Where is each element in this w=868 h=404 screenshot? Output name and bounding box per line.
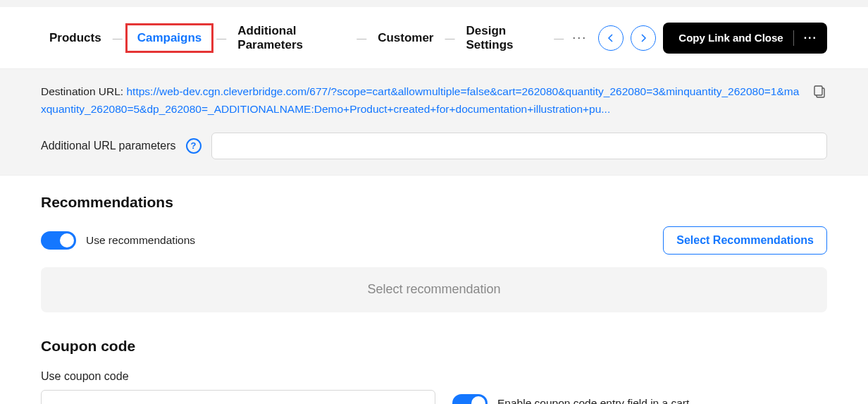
tab-separator: — [216, 32, 226, 44]
coupon-code-input[interactable] [41, 390, 435, 404]
enable-coupon-entry-label: Enable coupon code entry field in a cart [497, 397, 689, 404]
destination-url-label: Destination URL: [41, 85, 123, 97]
help-icon[interactable]: ? [186, 138, 202, 154]
use-coupon-label: Use coupon code [41, 370, 435, 383]
use-recommendations-toggle[interactable] [41, 231, 76, 250]
select-recommendations-button[interactable]: Select Recommendations [663, 226, 827, 255]
tab-customer[interactable]: Customer [369, 24, 442, 52]
additional-params-input[interactable] [211, 133, 828, 159]
tab-products[interactable]: Products [41, 24, 110, 52]
tabs-container: Products — Campaigns — Additional Parame… [41, 17, 593, 59]
top-strip [0, 0, 868, 7]
tab-additional-parameters[interactable]: Additional Parameters [229, 17, 354, 59]
tab-design-settings[interactable]: Design Settings [458, 17, 552, 59]
tab-separator: — [445, 32, 455, 44]
tab-campaigns[interactable]: Campaigns [125, 23, 214, 53]
recommendations-title: Recommendations [41, 194, 827, 211]
destination-url-link[interactable]: https://web-dev.cgn.cleverbridge.com/677… [41, 85, 799, 115]
recommendation-placeholder[interactable]: Select recommendation [41, 267, 827, 312]
tab-separator: — [356, 32, 366, 44]
copy-icon[interactable] [813, 85, 827, 102]
tab-separator: — [554, 32, 564, 44]
toggle-knob [471, 396, 485, 404]
tab-separator: — [113, 32, 123, 44]
copy-link-close-label: Copy Link and Close [678, 32, 783, 44]
more-icon[interactable]: ··· [804, 32, 817, 44]
chevron-left-icon [607, 33, 614, 43]
tabs-overflow-icon[interactable]: ··· [566, 30, 593, 45]
copy-link-close-button[interactable]: Copy Link and Close ··· [663, 23, 827, 54]
enable-coupon-entry-toggle[interactable] [452, 394, 488, 404]
coupon-code-title: Coupon code [41, 338, 827, 355]
chevron-right-icon [640, 33, 647, 43]
use-recommendations-label: Use recommendations [86, 234, 195, 247]
prev-button[interactable] [598, 25, 624, 51]
additional-params-label: Additional URL parameters [41, 140, 176, 152]
toggle-knob [60, 233, 74, 247]
svg-rect-1 [814, 86, 822, 95]
button-separator [793, 30, 794, 46]
next-button[interactable] [631, 25, 656, 51]
